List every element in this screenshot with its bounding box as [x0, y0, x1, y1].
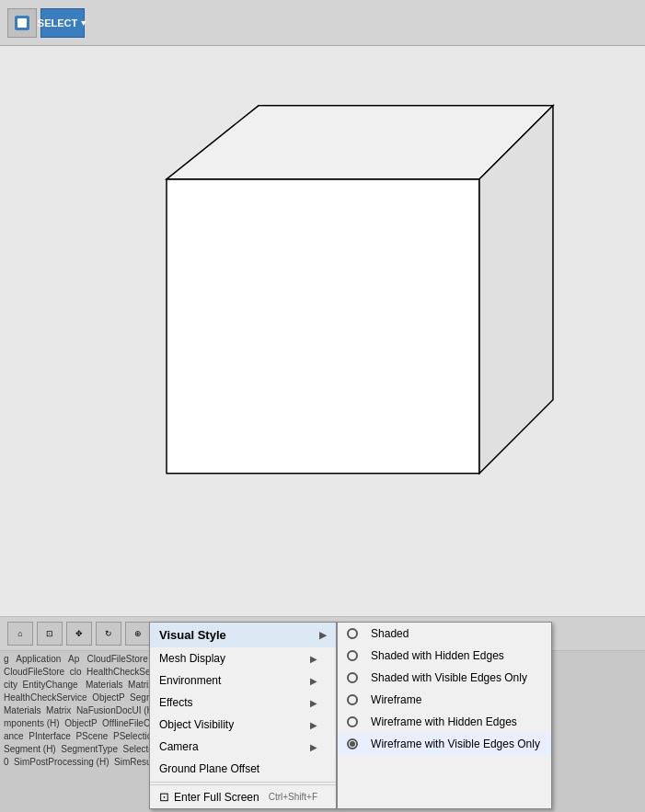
orbit-button[interactable]: ↻	[96, 622, 121, 646]
wireframe-item[interactable]: Wireframe	[338, 689, 551, 711]
wireframe-radio	[347, 694, 358, 705]
visual-style-menu: Visual Style ▶ Mesh Display ▶ Environmen…	[149, 622, 337, 809]
wireframe-hidden-radio	[347, 716, 358, 727]
wireframe-visible-label: Wireframe with Visible Edges Only	[371, 738, 540, 750]
bottom-toolbar: ⌂ ⊡ ✥ ↻ ⊕ ▼ V	[0, 616, 645, 651]
wireframe-visible-radio	[347, 738, 358, 749]
shaded-label: Shaded	[371, 627, 409, 640]
environment-label: Environment	[159, 674, 221, 687]
wireframe-label: Wireframe	[371, 693, 421, 706]
wireframe-hidden-label: Wireframe with Hidden Edges	[371, 715, 517, 728]
visual-style-header[interactable]: Visual Style ▶	[150, 623, 336, 647]
fullscreen-label: Enter Full Screen	[174, 791, 259, 804]
toolbar-icon-btn[interactable]	[7, 8, 37, 38]
home-view-button[interactable]: ⌂	[7, 622, 33, 646]
object-visibility-item[interactable]: Object Visibility ▶	[150, 714, 336, 736]
context-menu: Visual Style ▶ Mesh Display ▶ Environmen…	[149, 622, 552, 809]
3d-viewport	[0, 46, 645, 616]
shaded-hidden-label: Shaded with Hidden Edges	[371, 649, 504, 662]
select-button[interactable]: SELECT ▼	[40, 8, 85, 38]
enter-fullscreen-item[interactable]: ⊡ Enter Full Screen Ctrl+Shift+F	[150, 784, 336, 808]
shaded-visible-radio	[347, 672, 358, 683]
ground-plane-item[interactable]: Ground Plane Offset	[150, 758, 336, 780]
mesh-display-item[interactable]: Mesh Display ▶	[150, 647, 336, 669]
environment-item[interactable]: Environment ▶	[150, 669, 336, 692]
camera-label: Camera	[159, 740, 199, 753]
fit-view-button[interactable]: ⊡	[37, 622, 63, 646]
shaded-hidden-edges-item[interactable]: Shaded with Hidden Edges	[338, 645, 551, 667]
menu-separator	[150, 782, 336, 783]
fullscreen-icon: ⊡	[159, 790, 169, 804]
ground-plane-label: Ground Plane Offset	[159, 762, 259, 775]
effects-item[interactable]: Effects ▶	[150, 692, 336, 714]
svg-rect-1	[17, 18, 27, 28]
top-toolbar: SELECT ▼	[0, 0, 645, 46]
svg-marker-2	[167, 179, 479, 474]
fullscreen-shortcut: Ctrl+Shift+F	[269, 792, 317, 802]
shaded-radio	[347, 628, 358, 639]
shaded-item[interactable]: Shaded	[338, 623, 551, 645]
zoom-button[interactable]: ⊕	[125, 622, 151, 646]
shaded-hidden-radio	[347, 650, 358, 661]
wireframe-visible-item[interactable]: Wireframe with Visible Edges Only	[338, 733, 551, 755]
wireframe-hidden-item[interactable]: Wireframe with Hidden Edges	[338, 711, 551, 733]
camera-item[interactable]: Camera ▶	[150, 736, 336, 758]
cube-drawing	[75, 87, 571, 556]
pan-button[interactable]: ✥	[66, 622, 92, 646]
visual-style-submenu: Shaded Shaded with Hidden Edges Shaded w…	[337, 622, 552, 809]
shaded-visible-label: Shaded with Visible Edges Only	[371, 671, 527, 684]
shaded-visible-edges-item[interactable]: Shaded with Visible Edges Only	[338, 667, 551, 689]
